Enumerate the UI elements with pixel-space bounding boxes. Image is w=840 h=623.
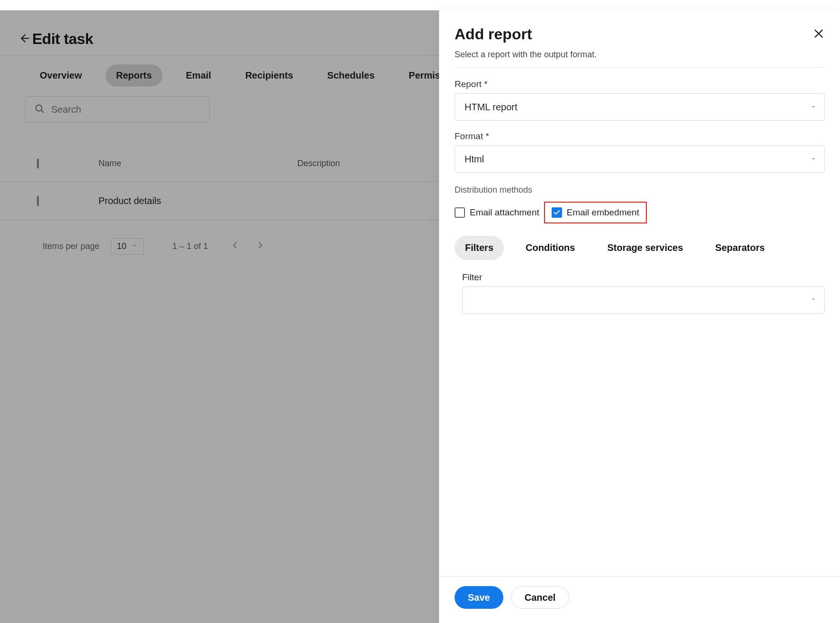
chevron-down-icon bbox=[810, 154, 817, 165]
chevron-down-icon bbox=[810, 102, 817, 113]
report-select[interactable]: HTML report bbox=[455, 93, 825, 121]
checkbox-box bbox=[552, 207, 562, 218]
panel-divider bbox=[455, 67, 825, 68]
subtab-storage-services[interactable]: Storage services bbox=[597, 236, 693, 260]
subtab-filters[interactable]: Filters bbox=[455, 236, 504, 260]
email-embedment-highlight: Email embedment bbox=[544, 202, 647, 223]
email-attachment-label: Email attachment bbox=[470, 207, 539, 218]
format-select[interactable]: Html bbox=[455, 145, 825, 173]
panel-subtitle: Select a report with the output format. bbox=[455, 50, 825, 60]
cancel-button[interactable]: Cancel bbox=[511, 586, 570, 609]
panel-footer: Save Cancel bbox=[439, 576, 840, 623]
subtab-conditions[interactable]: Conditions bbox=[515, 236, 585, 260]
format-value: Html bbox=[465, 154, 484, 165]
report-value: HTML report bbox=[465, 102, 518, 113]
distribution-methods-label: Distribution methods bbox=[455, 185, 825, 195]
panel-sub-tabs: Filters Conditions Storage services Sepa… bbox=[455, 236, 825, 260]
close-icon[interactable] bbox=[813, 27, 825, 42]
checkbox-box bbox=[455, 207, 465, 218]
filter-select[interactable] bbox=[462, 286, 825, 314]
subtab-separators[interactable]: Separators bbox=[705, 236, 776, 260]
email-embedment-label: Email embedment bbox=[567, 207, 639, 218]
filter-label: Filter bbox=[462, 272, 825, 283]
report-label: Report * bbox=[455, 79, 825, 89]
email-attachment-checkbox[interactable]: Email attachment bbox=[455, 207, 539, 218]
email-embedment-checkbox[interactable]: Email embedment bbox=[552, 207, 639, 218]
panel-title: Add report bbox=[455, 26, 532, 43]
add-report-panel: Add report Select a report with the outp… bbox=[439, 10, 840, 623]
chevron-down-icon bbox=[810, 296, 817, 304]
save-button[interactable]: Save bbox=[455, 586, 503, 609]
distribution-methods: Email attachment Email embedment bbox=[455, 202, 825, 223]
format-label: Format * bbox=[455, 131, 825, 142]
